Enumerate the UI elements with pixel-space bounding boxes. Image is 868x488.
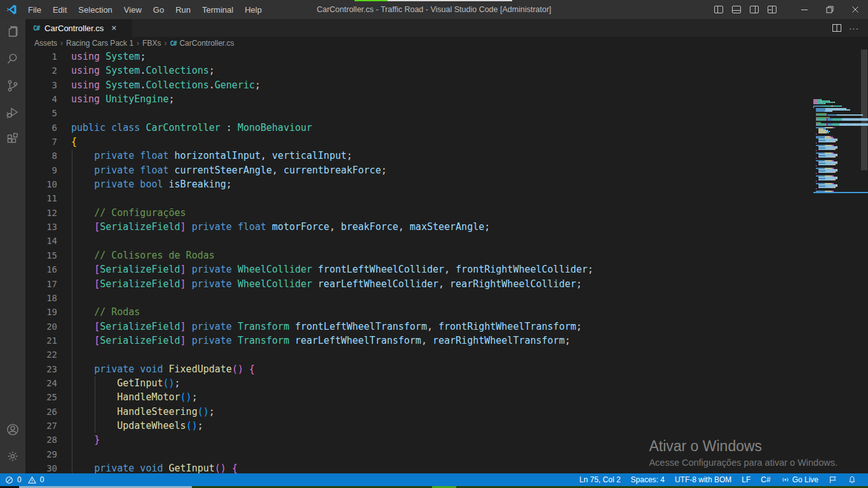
code-line-12[interactable]: // Configurações	[71, 206, 788, 220]
line-number[interactable]: 21	[25, 334, 71, 348]
menu-selection[interactable]: Selection	[72, 0, 118, 19]
customize-layout-icon[interactable]	[768, 6, 776, 13]
close-button[interactable]	[843, 0, 868, 19]
status-item-utf-8-with-bom[interactable]: UTF-8 with BOM	[670, 475, 736, 484]
line-number[interactable]: 27	[25, 419, 71, 433]
line-number[interactable]: 4	[25, 92, 71, 106]
line-number[interactable]: 12	[25, 206, 71, 220]
line-number[interactable]: 25	[25, 390, 71, 404]
code-line-6[interactable]: public class CarController : MonoBehavio…	[71, 121, 788, 135]
menu-file[interactable]: File	[22, 0, 47, 19]
line-number[interactable]: 26	[25, 405, 71, 419]
problems-indicator[interactable]: 0 0	[0, 475, 48, 484]
code-line-18[interactable]	[71, 291, 788, 305]
code-line-3[interactable]: using System.Collections.Generic;	[71, 78, 788, 92]
code-line-1[interactable]: using System;	[71, 50, 788, 64]
menu-go[interactable]: Go	[147, 0, 170, 19]
code-line-8[interactable]: private float horizontalInput, verticalI…	[71, 149, 788, 163]
status-item-ln-75-col-2[interactable]: Ln 75, Col 2	[574, 475, 626, 484]
code-line-22[interactable]	[71, 348, 788, 362]
line-number[interactable]: 15	[25, 248, 71, 262]
code-line-25[interactable]: HandleMotor();	[71, 390, 788, 404]
menu-view[interactable]: View	[118, 0, 147, 19]
toggle-primary-sidebar-icon[interactable]	[714, 6, 723, 13]
line-number[interactable]: 20	[25, 320, 71, 334]
code-line-10[interactable]: private bool isBreaking;	[71, 177, 788, 191]
status-item-lf[interactable]: LF	[736, 475, 756, 484]
menu-run[interactable]: Run	[170, 0, 196, 19]
split-editor-icon[interactable]	[832, 24, 841, 32]
status-item-spaces-4[interactable]: Spaces: 4	[626, 475, 670, 484]
line-number[interactable]: 30	[25, 461, 71, 473]
search-icon[interactable]	[0, 46, 25, 72]
minimize-button[interactable]	[792, 0, 817, 19]
status-item-feedback-icon[interactable]	[824, 475, 843, 484]
code-line-16[interactable]: [SerializeField] private WheelCollider f…	[71, 262, 788, 276]
code-line-11[interactable]	[71, 191, 788, 205]
status-item-c#[interactable]: C#	[756, 475, 775, 484]
code-content[interactable]: using System;using System.Collections;us…	[71, 50, 788, 473]
code-line-24[interactable]: GetInput();	[71, 376, 788, 390]
source-control-icon[interactable]	[0, 72, 25, 99]
tab-carcontroller[interactable]: C# CarController.cs ×	[25, 19, 132, 37]
breadcrumb-item-1[interactable]: Racing Cars Pack 1	[66, 39, 133, 48]
line-number[interactable]: 18	[25, 291, 71, 305]
line-number[interactable]: 10	[25, 177, 71, 191]
code-line-20[interactable]: [SerializeField] private Transform front…	[71, 320, 788, 334]
line-number[interactable]: 3	[25, 78, 71, 92]
menu-edit[interactable]: Edit	[47, 0, 72, 19]
menu-help[interactable]: Help	[239, 0, 268, 19]
line-number[interactable]: 22	[25, 348, 71, 362]
restore-button[interactable]	[817, 0, 843, 19]
line-number[interactable]: 9	[25, 163, 71, 177]
code-line-27[interactable]: UpdateWheels();	[71, 419, 788, 433]
line-number[interactable]: 6	[25, 121, 71, 135]
line-number[interactable]: 24	[25, 376, 71, 390]
line-number[interactable]: 23	[25, 362, 71, 376]
line-number[interactable]: 1	[25, 50, 71, 64]
line-number[interactable]: 17	[25, 277, 71, 291]
code-line-5[interactable]	[71, 106, 788, 120]
code-line-21[interactable]: [SerializeField] private Transform rearL…	[71, 334, 788, 348]
line-number[interactable]: 11	[25, 191, 71, 205]
code-line-26[interactable]: HandleSteering();	[71, 405, 788, 419]
line-number[interactable]: 28	[25, 433, 71, 447]
account-icon[interactable]	[0, 416, 25, 443]
line-number[interactable]: 8	[25, 149, 71, 163]
status-item-go-live[interactable]: Go Live	[776, 475, 824, 484]
toggle-panel-icon[interactable]	[732, 6, 741, 13]
breadcrumb-item-3[interactable]: C#CarController.cs	[170, 39, 234, 48]
line-number[interactable]: 5	[25, 106, 71, 120]
code-line-4[interactable]: using UnityEngine;	[71, 92, 788, 106]
extensions-icon[interactable]	[0, 126, 25, 152]
code-line-15[interactable]: // Colisores de Rodas	[71, 248, 788, 262]
line-number[interactable]: 19	[25, 305, 71, 319]
more-actions-icon[interactable]: ···	[849, 24, 859, 33]
code-line-23[interactable]: private void FixedUpdate() {	[71, 362, 788, 376]
line-number[interactable]: 13	[25, 220, 71, 234]
line-number[interactable]: 7	[25, 135, 71, 149]
settings-gear-icon[interactable]	[0, 443, 25, 470]
tab-close-icon[interactable]: ×	[109, 24, 119, 32]
line-number[interactable]: 29	[25, 447, 71, 461]
line-number[interactable]: 16	[25, 262, 71, 276]
minimap[interactable]	[813, 99, 868, 201]
screen-artifact-light	[388, 0, 512, 1]
line-number[interactable]: 2	[25, 64, 71, 78]
code-line-19[interactable]: // Rodas	[71, 305, 788, 319]
code-line-14[interactable]	[71, 234, 788, 248]
code-line-2[interactable]: using System.Collections;	[71, 64, 788, 78]
code-line-13[interactable]: [SerializeField] private float motorForc…	[71, 220, 788, 234]
run-debug-icon[interactable]	[0, 99, 25, 126]
code-editor[interactable]: 1234567891011121314151617181920212223242…	[25, 50, 868, 473]
line-number[interactable]: 14	[25, 234, 71, 248]
code-line-9[interactable]: private float currentSteerAngle, current…	[71, 163, 788, 177]
code-line-7[interactable]: {	[71, 135, 788, 149]
breadcrumb-item-0[interactable]: Assets	[34, 39, 57, 48]
status-item-bell-icon[interactable]	[843, 475, 862, 484]
breadcrumb-item-2[interactable]: FBXs	[142, 39, 161, 48]
toggle-secondary-sidebar-icon[interactable]	[750, 6, 759, 13]
explorer-icon[interactable]	[0, 19, 25, 46]
menu-terminal[interactable]: Terminal	[196, 0, 239, 19]
code-line-17[interactable]: [SerializeField] private WheelCollider r…	[71, 277, 788, 291]
